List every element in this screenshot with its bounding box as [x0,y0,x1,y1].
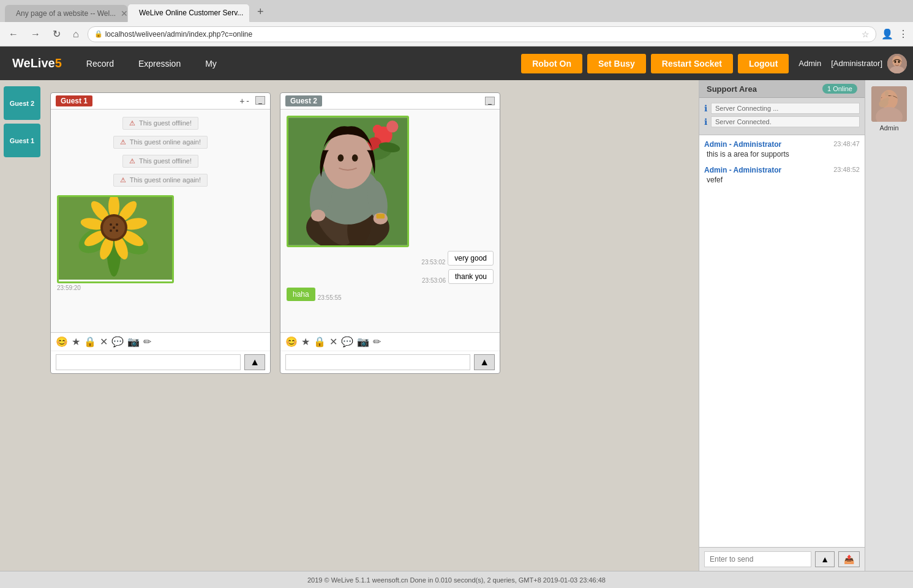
nav-my[interactable]: My [193,48,229,80]
edit-icon-2[interactable]: ✏ [373,336,381,348]
emoji-icon-2[interactable]: 😊 [285,336,298,348]
very-good-bubble: very good [448,251,494,266]
support-msg-2-user[interactable]: Admin - Administrator [704,166,781,174]
nav-expression[interactable]: Expression [126,48,193,80]
guest-tab-1[interactable]: Guest 1 [4,124,40,157]
status-text: 2019 © WeLive 5.1.1 weensoft.cn Done in … [307,576,606,584]
guest1-input-row: ▲ [51,351,270,373]
robot-on-button[interactable]: Robot On [521,54,582,73]
guest-tab-2[interactable]: Guest 2 [4,86,40,120]
support-msg-1-user[interactable]: Admin - Administrator [704,140,781,149]
star-icon-2[interactable]: ★ [301,336,310,348]
address-bar[interactable]: 🔒 localhost/weliveen/admin/index.php?c=o… [88,26,876,42]
set-busy-button[interactable]: Set Busy [587,54,646,73]
svg-point-42 [338,154,344,162]
server-connecting-input[interactable] [711,103,860,114]
system-msg-2: ⚠ This guest online again! [113,136,208,149]
tab-welive[interactable]: WeLive Online Customer Serv... ✕ [127,4,250,22]
admin-panel-name: Admin [879,124,898,132]
back-button[interactable]: ← [5,28,22,41]
svg-point-1 [892,56,902,67]
lock-icon-1[interactable]: 🔒 [84,336,96,348]
bookmark-icon[interactable]: ☆ [862,29,870,39]
info-icon-1: ℹ [704,103,707,113]
tab-website[interactable]: Any page of a website -- Wel... ✕ [5,5,127,22]
forward-button[interactable]: → [27,28,44,41]
thank-you-time: 23:53:06 [422,277,446,284]
svg-point-4 [898,61,900,63]
restart-socket-button[interactable]: Restart Socket [651,54,733,73]
thank-you-message: 23:53:06 thank you [287,269,494,284]
support-msg-2-time: 23:48:52 [833,166,860,174]
guest1-window-title: Guest 1 [56,95,92,106]
support-send-button[interactable]: 📤 [838,551,860,567]
info-icon-2: ℹ [704,117,707,127]
toolbar-icons: 👤 ⋮ [881,28,908,40]
svg-point-28 [373,125,383,135]
svg-point-41 [323,132,372,189]
thank-you-bubble: thank you [448,269,494,284]
admin-header-avatar [887,54,907,73]
guest1-zoom-out[interactable]: - [246,96,249,106]
support-area-header: Support Area 1 Online [699,80,865,98]
new-tab-button[interactable]: + [250,2,271,22]
emoji-icon-1[interactable]: 😊 [56,336,68,348]
admin-label: Admin [798,59,821,68]
sunflower-image-container [57,195,174,283]
guest-1-label: Guest 1 [10,137,34,144]
guest2-input-row: ▲ [280,351,500,373]
chat-icon-1[interactable]: 💬 [111,336,124,348]
nav-record[interactable]: Record [74,48,126,80]
admin-role: [Administrator] [831,59,882,68]
guest2-chat-input[interactable] [285,354,470,370]
support-area: Support Area 1 Online ℹ ℹ Admin - Admini… [699,80,865,571]
guest1-minimize-button[interactable]: _ [255,96,265,105]
edit-icon-1[interactable]: ✏ [143,336,151,348]
online-badge: 1 Online [822,84,857,94]
svg-point-51 [885,91,889,96]
guest2-messages: 23:53:02 very good 23:53:06 thank you ha… [280,110,500,332]
logo-number: 5 [55,56,62,70]
logout-button[interactable]: Logout [738,54,789,73]
menu-icon[interactable]: ⋮ [898,28,908,40]
guest1-send-button[interactable]: ▲ [244,354,265,370]
system-msg-4: ⚠ This guest online again! [113,174,208,187]
camera-icon-2[interactable]: 📷 [357,336,369,348]
main-content: Guest 2 Guest 1 Guest 1 + - _ ⚠ [0,80,913,571]
support-send-input[interactable] [704,551,811,567]
system-msg-3: ⚠ This guest offline! [122,155,198,168]
tab-close-1[interactable]: ✕ [121,9,127,18]
close-icon-2[interactable]: ✕ [329,336,337,348]
svg-point-21 [116,223,118,226]
warn-icon-4: ⚠ [120,176,126,184]
guest2-minimize-button[interactable]: _ [485,97,495,105]
guest2-window-title: Guest 2 [285,95,322,106]
close-icon-1[interactable]: ✕ [100,336,108,348]
chat-icon-2[interactable]: 💬 [341,336,353,348]
camera-icon-1[interactable]: 📷 [127,336,140,348]
guest1-window-header: Guest 1 + - _ [51,93,270,110]
support-area-title: Support Area [707,84,757,94]
support-messages: Admin - Administrator 23:48:47 this is a… [699,135,865,547]
person-image-message [287,116,494,247]
admin-avatar-panel: Admin [865,80,913,571]
support-upload-button[interactable]: ▲ [815,551,835,567]
guest1-window-controls: + - _ [239,96,265,106]
guest2-send-button[interactable]: ▲ [474,354,495,370]
app-header: WeLive5 Record Expression My Robot On Se… [0,47,913,80]
guest2-icons-row: 😊 ★ 🔒 ✕ 💬 📷 ✏ [280,333,500,351]
guest1-chat-input[interactable] [56,354,241,370]
home-button[interactable]: ⌂ [69,28,83,41]
reload-button[interactable]: ↻ [49,27,64,41]
very-good-time: 23:53:02 [421,259,445,266]
star-icon-1[interactable]: ★ [72,336,80,348]
warn-icon-3: ⚠ [129,157,135,165]
svg-rect-44 [377,214,385,218]
guest1-icons-row: 😊 ★ 🔒 ✕ 💬 📷 ✏ [51,333,270,351]
guest1-zoom-in[interactable]: + [239,96,244,106]
address-text: localhost/weliveen/admin/index.php?c=onl… [105,30,862,39]
sunflower-svg [59,197,172,280]
server-connected-input[interactable] [711,116,860,127]
support-info-panel: ℹ ℹ [699,98,865,135]
lock-icon-2[interactable]: 🔒 [314,336,326,348]
